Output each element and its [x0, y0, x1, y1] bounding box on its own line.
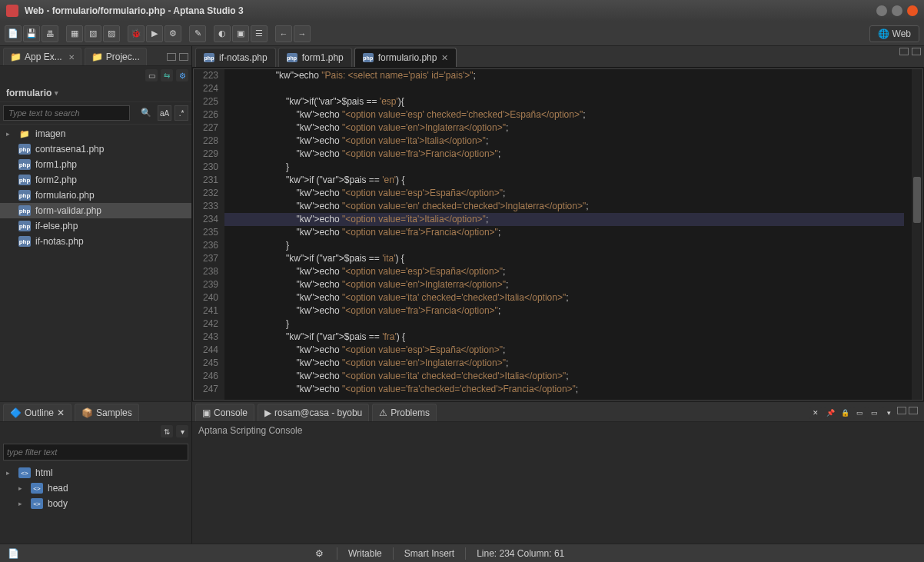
status-icon[interactable]: 📄 [6, 547, 20, 560]
file-if-notas.php[interactable]: phpif-notas.php [0, 234, 191, 249]
console-icon: ▣ [202, 407, 211, 418]
outline-node-head[interactable]: ▸<>head [0, 481, 191, 496]
menu-button[interactable]: ▾ [176, 425, 188, 437]
maximize-button[interactable] [892, 5, 902, 16]
minimize-button[interactable] [876, 5, 887, 16]
tab-problems[interactable]: ⚠ Problems [372, 404, 437, 421]
editor-tab[interactable]: phpformulario.php✕ [354, 48, 457, 67]
folder-icon: 📁 [18, 128, 31, 139]
display-button[interactable]: ▭ [853, 407, 866, 419]
file-label: imagen [35, 128, 65, 139]
file-if-else.php[interactable]: phpif-else.php [0, 218, 191, 234]
file-form1.php[interactable]: phpform1.php [0, 157, 191, 172]
maximize-console-button[interactable] [909, 407, 918, 414]
search-input[interactable] [3, 105, 130, 121]
file-form2.php[interactable]: phpform2.php [0, 172, 191, 188]
file-contrasena1.php[interactable]: phpcontrasena1.php [0, 141, 191, 157]
tab-outline[interactable]: 🔷 Outline ✕ [3, 404, 71, 421]
wand-button[interactable]: ✎ [189, 25, 206, 42]
vertical-scrollbar[interactable] [912, 69, 922, 400]
tab-label: form1.php [302, 52, 344, 63]
close-icon[interactable]: ✕ [441, 53, 448, 63]
close-button[interactable] [907, 5, 918, 16]
close-icon[interactable]: ✕ [57, 407, 65, 418]
file-formulario.php[interactable]: phpformulario.php [0, 188, 191, 203]
file-tree[interactable]: ▸📁imagenphpcontrasena1.phpphpform1.phpph… [0, 125, 191, 401]
window-title: Web - formulario/formulario.php - Aptana… [25, 5, 244, 16]
code-lines[interactable]: "kw">echo "Pais: <select name='pais' id=… [224, 69, 912, 400]
problems-icon: ⚠ [379, 407, 387, 418]
file-label: form2.php [35, 175, 77, 185]
outline-tree[interactable]: ▸<>html▸<>head▸<>body [0, 464, 191, 513]
terminal-icon: ▶ [264, 407, 271, 418]
editor-tab[interactable]: phpform1.php [278, 48, 352, 67]
samples-icon: 📦 [81, 407, 93, 418]
clear-button[interactable]: ✕ [809, 407, 822, 419]
collapse-button[interactable]: ▭ [145, 69, 158, 81]
php-icon: php [18, 190, 31, 201]
window-titlebar: Web - formulario/formulario.php - Aptana… [0, 0, 924, 22]
minimize-editor-button[interactable] [899, 48, 909, 55]
status-bar: 📄 ⚙ Writable Smart Insert Line: 234 Colu… [0, 544, 924, 562]
scroll-lock-button[interactable]: 🔒 [839, 407, 851, 419]
file-imagen[interactable]: ▸📁imagen [0, 126, 191, 141]
print-button[interactable]: 🖶 [42, 25, 58, 42]
perspective-switcher[interactable]: 🌐 Web [869, 25, 919, 42]
code-editor[interactable]: 2232242252262272282292302312322332342352… [193, 68, 923, 401]
folder-icon: 📁 [10, 52, 22, 62]
save-button[interactable]: 💾 [23, 25, 40, 42]
new-menu-button[interactable]: 📄 [5, 25, 22, 42]
gear-icon[interactable]: ⚙ [176, 69, 188, 81]
regex-toggle[interactable]: .* [174, 105, 188, 121]
format-button[interactable]: ☰ [251, 25, 268, 42]
file-label: form1.php [35, 159, 77, 170]
outline-filter-input[interactable] [3, 444, 188, 461]
comment-button[interactable]: ◐ [214, 25, 231, 42]
case-toggle[interactable]: aA [158, 105, 171, 121]
console-output[interactable]: Aptana Scripting Console [192, 422, 924, 544]
editor-tab[interactable]: phpif-notas.php [195, 48, 276, 67]
perspective-label: Web [892, 28, 911, 39]
minimize-console-button[interactable] [897, 407, 906, 414]
php-icon: php [18, 221, 31, 231]
new-console-button[interactable]: ▭ [868, 407, 880, 419]
php-icon: php [18, 159, 31, 170]
open-console-button[interactable]: ▾ [882, 407, 895, 419]
outline-panel: 🔷 Outline ✕ 📦 Samples ⇅ ▾ ▸<>html▸<>head… [0, 402, 192, 544]
block-button[interactable]: ▣ [232, 25, 249, 42]
tab-app-explorer[interactable]: 📁 App Ex... ✕ [3, 48, 81, 65]
outline-node-body[interactable]: ▸<>body [0, 496, 191, 511]
outline-node-html[interactable]: ▸<>html [0, 465, 191, 481]
tab-console[interactable]: ▣ Console [195, 404, 254, 421]
tab-project-explorer[interactable]: 📁 Projec... [85, 48, 147, 65]
file-label: contrasena1.php [35, 144, 104, 155]
project-selector[interactable]: formulario ▾ [0, 85, 191, 102]
maximize-view-button[interactable] [179, 53, 188, 61]
grid-button[interactable]: ▧ [85, 25, 101, 42]
php-icon: php [287, 53, 297, 62]
close-icon[interactable]: ✕ [68, 53, 75, 62]
tile-button[interactable]: ▦ [66, 25, 83, 42]
php-icon: php [18, 175, 31, 185]
tab-terminal[interactable]: ▶ rosam@casa - byobu [258, 404, 369, 421]
php-icon: php [204, 53, 214, 62]
tab-samples[interactable]: 📦 Samples [75, 404, 139, 421]
back-button[interactable]: ← [275, 25, 292, 42]
node-label: head [48, 483, 68, 494]
sort-button[interactable]: ⇅ [161, 425, 173, 437]
file-label: if-notas.php [35, 236, 84, 247]
debug-button[interactable]: 🐞 [128, 25, 145, 42]
minimize-view-button[interactable] [167, 53, 176, 61]
status-insert: Smart Insert [404, 548, 454, 559]
pin-button[interactable]: 📌 [824, 407, 836, 419]
maximize-editor-button[interactable] [912, 48, 921, 55]
file-form-validar.php[interactable]: phpform-validar.php [0, 203, 191, 218]
php-icon: php [18, 236, 31, 247]
link-button[interactable]: ⇆ [161, 69, 173, 81]
forward-button[interactable]: → [294, 25, 311, 42]
gear-icon[interactable]: ⚙ [312, 547, 326, 560]
layout-button[interactable]: ▨ [103, 25, 120, 42]
external-button[interactable]: ⚙ [165, 25, 181, 42]
left-panel: 📁 App Ex... ✕ 📁 Projec... ▭ ⇆ ⚙ formular… [0, 46, 192, 401]
run-button[interactable]: ▶ [146, 25, 163, 42]
